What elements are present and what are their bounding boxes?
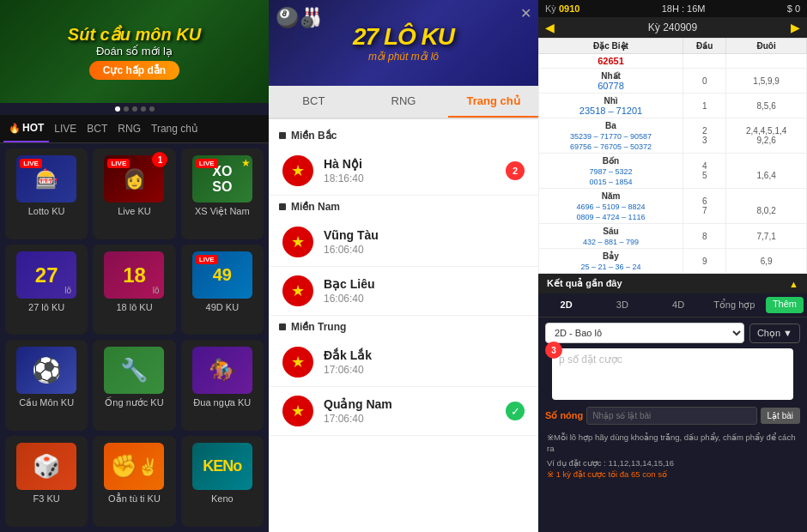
f3-thumb: 🎲 [16, 443, 76, 490]
badge-num-1: 1 [152, 152, 167, 167]
middle-tab-trangchu[interactable]: Trang chủ [448, 86, 538, 118]
games-grid: 🎰 LIVE Lotto KU 👩 LIVE 1 Live KU XOSO LI… [0, 143, 269, 532]
dacbiet-dau [683, 54, 726, 69]
banner-title: Sút cầu môn KU [68, 24, 201, 45]
hanoi-time: 18:16:40 [324, 172, 506, 184]
bet-tab-tonghop[interactable]: Tổng hợp [707, 293, 762, 317]
lat-bai-input[interactable] [586, 407, 756, 425]
daklak-info: Đắk Lắk 17:06:40 [324, 348, 525, 376]
badge-live-4: LIVE [196, 255, 218, 264]
ba-duoi: 2,4,4,5,1,49,2,6 [726, 118, 807, 154]
left-banner: Sút cầu môn KU Đoán số mới lạ Cực hấp dẫ… [0, 0, 269, 103]
game-cau[interactable]: ⚽ Cầu Môn KU [5, 340, 88, 431]
bet-tab-4d[interactable]: 4D [650, 293, 706, 317]
banner-btn[interactable]: Cực hấp dẫn [89, 61, 179, 80]
row-nhi: Nhì 23518 – 71201 1 8,5,6 [539, 94, 807, 118]
game-lotto[interactable]: 🎰 LIVE Lotto KU [5, 148, 88, 239]
bet-tab-2d[interactable]: 2D [538, 293, 594, 317]
nam-duoi: 8,0,2 [726, 189, 807, 224]
game-xs[interactable]: XOSO LIVE ★ XS Việt Nam [181, 148, 264, 239]
row-bon: Bốn 7987 – 5322 0015 – 1854 45 1,6,4 [539, 154, 807, 189]
bet-tab-them[interactable]: Thêm [766, 297, 804, 313]
lat-bai-button[interactable]: Lật bài [761, 408, 800, 424]
badge-3: 3 [545, 342, 562, 359]
ky-num: 0910 [559, 3, 579, 14]
ba-dau: 23 [683, 118, 726, 154]
bet-tab-3d[interactable]: 3D [594, 293, 650, 317]
lottery-hanoi[interactable]: ★ Hà Nội 18:16:40 2 [269, 147, 538, 196]
lottery-vungtau[interactable]: ★ Vũng Tàu 16:06:40 [269, 218, 538, 267]
vn-star-icon-3: ★ [291, 281, 305, 300]
region-mien-trung: Miền Trung [269, 316, 538, 338]
close-icon[interactable]: ✕ [520, 5, 531, 21]
nhi-row: Nhì 23518 – 71201 [539, 94, 683, 118]
dot-5 [149, 106, 155, 112]
game-27[interactable]: 27 lô 27 lô KU [5, 245, 88, 335]
bet-controls: 2D - Bao lô Chọn ▼ [538, 317, 807, 348]
ba-row: Ba 35239 – 71770 – 90587 69756 – 76705 –… [539, 118, 683, 154]
lottery-daklak[interactable]: ★ Đắk Lắk 17:06:40 [269, 338, 538, 387]
baclieu-time: 16:06:40 [324, 293, 525, 305]
time-label: 18H : 16M [662, 3, 706, 14]
nav-tab-hot[interactable]: HOT [3, 115, 49, 142]
vn-flag-vt: ★ [282, 227, 313, 257]
hint-text: ※Mỗi lô hợp hãy dùng khoảng trắng, dấu p… [538, 428, 807, 458]
middle-tab-bct[interactable]: BCT [269, 86, 359, 118]
game-keno[interactable]: KENo Keno [181, 436, 264, 527]
game-oat[interactable]: ✊✌️ Oẳn tù ti KU [93, 436, 175, 527]
bet-type-select[interactable]: 2D - Bao lô [545, 323, 744, 343]
lotto-thumb: 🎰 LIVE [16, 155, 76, 203]
nam-dau: 67 [683, 189, 726, 224]
hanoi-name: Hà Nội [324, 157, 506, 171]
prev-ky-btn[interactable]: ◀ [545, 21, 555, 34]
live-thumb: 👩 LIVE 1 [104, 155, 164, 203]
region-trung-label: Miền Trung [291, 321, 346, 333]
bet-input-placeholder: p số đặt cược [559, 354, 622, 366]
nav-tab-bct[interactable]: BCT [82, 116, 112, 142]
region-mien-nam: Miền Nam [269, 196, 538, 218]
game-f3[interactable]: 🎲 F3 KU [5, 436, 88, 527]
badge-live-2: LIVE [107, 159, 130, 168]
moi-phut-subtitle: mỗi phút mỗi lô [353, 51, 454, 63]
daklak-time: 17:06:40 [324, 364, 525, 376]
49-label: 49D KU [206, 302, 240, 312]
next-ky-btn[interactable]: ▶ [791, 21, 800, 34]
badge-live: LIVE [20, 159, 42, 168]
game-ong[interactable]: 🔧 Ống nước KU [93, 340, 175, 431]
vungtau-name: Vũng Tàu [324, 228, 525, 242]
banner-dots [0, 103, 269, 115]
game-49[interactable]: 49 LIVE 49D KU [181, 245, 264, 335]
49-thumb: 49 LIVE [192, 251, 252, 299]
hanoi-info: Hà Nội 18:16:40 [324, 157, 506, 184]
vungtau-info: Vũng Tàu 16:06:40 [324, 228, 525, 256]
dot-3 [132, 106, 137, 112]
ong-thumb: 🔧 [104, 347, 164, 394]
lottery-baclieu[interactable]: ★ Bạc Liêu 16:06:40 [269, 267, 538, 316]
check-icon: ✓ [506, 402, 525, 420]
vn-flag-qn: ★ [282, 396, 313, 426]
ky-period: Kỳ 240909 [558, 21, 787, 33]
nav-tab-trangchu[interactable]: Trang chủ [146, 116, 203, 142]
nav-tab-live[interactable]: LIVE [49, 116, 82, 142]
quangnam-name: Quảng Nam [324, 397, 506, 411]
sau-dau: 8 [683, 224, 726, 249]
middle-banner: 🎱🎳 27 LÔ KU mỗi phút mỗi lô ✕ [269, 0, 538, 86]
region-nam-label: Miền Nam [291, 201, 340, 213]
region-mien-bac: Miền Bắc [269, 124, 538, 147]
keno-label: Keno [211, 493, 234, 504]
results-table: Đặc Biệt Đầu Đuôi 62651 Nhất 60778 0 [538, 38, 807, 274]
middle-nav: BCT RNG Trang chủ [269, 86, 538, 119]
vn-star-icon: ★ [291, 161, 305, 180]
game-ngua[interactable]: 🏇 Đua ngựa KU [181, 340, 264, 431]
lottery-list: Miền Bắc ★ Hà Nội 18:16:40 2 Miền Nam ★ … [269, 119, 538, 532]
middle-tab-rng[interactable]: RNG [359, 86, 449, 118]
lottery-quangnam[interactable]: ★ Quảng Nam 17:06:40 ✓ [269, 387, 538, 436]
game-18[interactable]: 18 lô 18 lô KU [93, 245, 175, 335]
game-live[interactable]: 👩 LIVE 1 Live KU [93, 148, 175, 239]
chon-button[interactable]: Chọn ▼ [749, 323, 800, 343]
collapse-icon[interactable]: ▲ [789, 279, 798, 289]
row-dacbiet: 62651 [539, 54, 807, 69]
bay-row: Bảy 25 – 21 – 36 – 24 [539, 249, 683, 274]
nav-tab-rng[interactable]: RNG [112, 116, 146, 142]
banner-subtitle: Đoán số mới lạ [68, 45, 201, 57]
